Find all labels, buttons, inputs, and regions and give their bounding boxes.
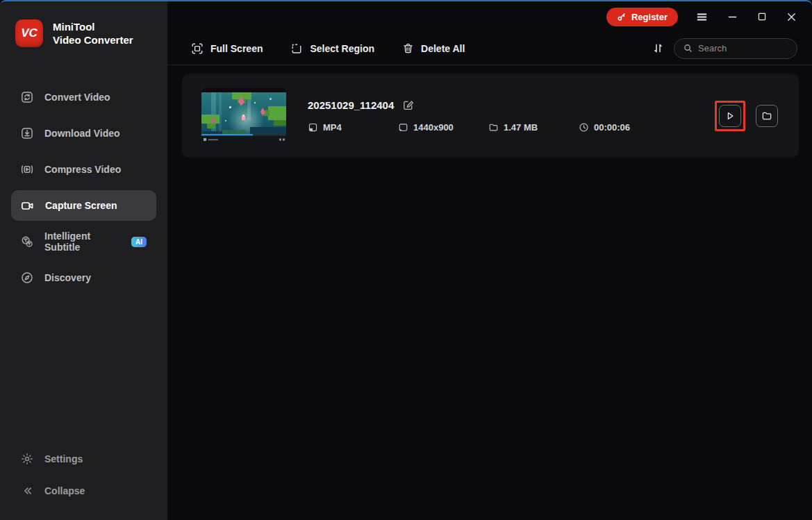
menu-icon[interactable] — [695, 10, 709, 24]
resolution-value: 1440x900 — [413, 122, 454, 133]
close-button[interactable] — [785, 10, 798, 24]
sidebar-item-convert-video[interactable]: Convert Video — [11, 82, 156, 112]
register-label: Register — [631, 12, 668, 22]
sidebar-item-collapse[interactable]: Collapse — [11, 477, 156, 505]
search-icon — [683, 43, 693, 53]
recording-title: 20251029_112404 — [308, 99, 394, 111]
sort-icon[interactable] — [652, 42, 664, 54]
app-logo-icon: VC — [15, 19, 43, 47]
sidebar-item-label: Discovery — [44, 272, 91, 283]
delete-all-icon — [402, 42, 414, 54]
subtitle-icon — [21, 235, 33, 248]
full-screen-button[interactable]: Full Screen — [191, 42, 263, 55]
sidebar: VC MiniTool Video Converter Convert Vide… — [0, 1, 167, 520]
full-screen-label: Full Screen — [210, 43, 263, 54]
title-row: 20251029_112404 — [308, 99, 669, 111]
rename-icon[interactable] — [402, 99, 414, 111]
sidebar-item-download-video[interactable]: Download Video — [11, 118, 156, 149]
folder-size-icon — [488, 122, 499, 133]
sidebar-nav: Convert Video Download Video — [0, 79, 167, 296]
resolution-meta: 1440x900 — [398, 122, 488, 133]
register-button[interactable]: Register — [606, 8, 678, 26]
sidebar-item-label: Convert Video — [44, 92, 110, 103]
open-folder-button[interactable] — [756, 105, 778, 127]
sidebar-item-discovery[interactable]: Discovery — [11, 262, 156, 293]
sidebar-item-label: Settings — [44, 453, 83, 464]
key-icon — [617, 12, 627, 22]
search-input[interactable] — [698, 43, 788, 53]
sidebar-footer: Settings Collapse — [0, 441, 167, 520]
capture-toolbar: Full Screen Select Region — [167, 32, 812, 65]
capture-icon — [21, 199, 34, 212]
sidebar-item-label: Intelligent Subtitle — [44, 230, 116, 253]
app-window: VC MiniTool Video Converter Convert Vide… — [0, 0, 812, 520]
recording-actions — [715, 101, 778, 131]
sidebar-item-intelligent-subtitle[interactable]: Intelligent Subtitle AI — [11, 226, 156, 257]
search-box — [674, 38, 797, 59]
compress-icon — [21, 163, 33, 176]
clock-icon — [579, 122, 589, 133]
ai-badge: AI — [131, 237, 147, 247]
select-region-button[interactable]: Select Region — [290, 42, 374, 55]
app-name: MiniTool Video Converter — [53, 20, 133, 47]
toolbar-right — [652, 38, 797, 59]
sidebar-item-label: Download Video — [44, 128, 120, 139]
delete-all-button[interactable]: Delete All — [402, 42, 465, 54]
sidebar-item-compress-video[interactable]: Compress Video — [11, 154, 156, 185]
minimize-button[interactable] — [726, 10, 739, 24]
settings-icon — [21, 453, 33, 465]
fullscreen-icon — [191, 42, 204, 55]
main-area: Register — [167, 1, 812, 520]
app-name-line1: MiniTool — [53, 20, 133, 34]
size-meta: 1.47 MB — [488, 122, 579, 133]
sidebar-item-settings[interactable]: Settings — [11, 445, 156, 473]
duration-value: 00:00:06 — [594, 122, 630, 133]
format-value: MP4 — [323, 122, 342, 133]
duration-meta: 00:00:06 — [579, 122, 669, 133]
select-region-label: Select Region — [310, 43, 374, 54]
sidebar-item-label: Compress Video — [44, 164, 121, 175]
sidebar-item-label: Capture Screen — [45, 200, 117, 211]
delete-all-label: Delete All — [421, 43, 465, 54]
play-button[interactable] — [719, 105, 741, 127]
download-icon — [21, 127, 33, 140]
sidebar-item-label: Collapse — [44, 485, 85, 496]
maximize-button[interactable] — [756, 10, 768, 23]
recording-row: 20251029_112404 — [182, 74, 799, 158]
video-thumbnail[interactable] — [201, 88, 286, 144]
collapse-icon — [21, 485, 33, 497]
recordings-list: 20251029_112404 — [167, 65, 812, 520]
meta-row: MP4 1440x900 — [308, 122, 669, 133]
convert-icon — [21, 91, 33, 103]
sidebar-item-capture-screen[interactable]: Capture Screen — [11, 190, 156, 221]
file-format-icon — [308, 122, 318, 133]
brand: VC MiniTool Video Converter — [0, 1, 167, 47]
discovery-icon — [21, 271, 33, 284]
resolution-icon — [398, 122, 408, 133]
select-region-icon — [290, 42, 303, 55]
play-button-highlight — [715, 101, 745, 131]
app-name-line2: Video Converter — [53, 33, 133, 47]
titlebar: Register — [167, 1, 812, 32]
size-value: 1.47 MB — [504, 122, 538, 133]
recording-info: 20251029_112404 — [308, 99, 669, 133]
format-meta: MP4 — [308, 122, 398, 133]
